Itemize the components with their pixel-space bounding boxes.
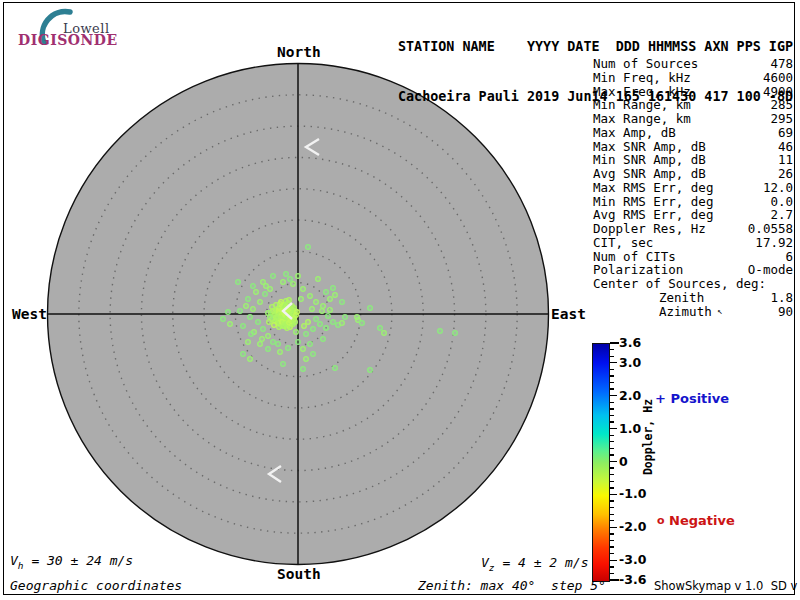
colorbar-tick <box>610 362 617 363</box>
source-point <box>294 330 299 335</box>
colorbar-tick <box>610 553 614 554</box>
source-point <box>249 332 254 337</box>
coordinates-label: Geographic coordinates <box>10 578 182 593</box>
stat-label: Center of Sources, deg: <box>593 277 766 291</box>
stat-row: Center of Sources, deg: <box>593 277 793 291</box>
colorbar-tick <box>610 507 614 508</box>
legend-positive: + Positive <box>655 391 729 406</box>
source-point <box>314 317 319 322</box>
source-point <box>328 308 333 313</box>
colorbar-tick <box>610 500 614 501</box>
colorbar-tick <box>610 382 614 383</box>
colorbar-tick <box>610 520 614 521</box>
colorbar-tick <box>610 448 614 449</box>
stat-label: Avg RMS Err, deg <box>593 208 713 222</box>
colorbar-tick <box>610 474 614 475</box>
colorbar-tick-label: 3.0 <box>619 355 641 371</box>
header-line1: STATION NAME YYYY DATE DDD HHMMSS AXN PP… <box>398 39 793 56</box>
stat-value: 0.0558 <box>748 222 793 236</box>
colorbar-tick <box>610 408 614 409</box>
source-point <box>293 320 298 325</box>
source-point <box>266 334 271 339</box>
source-point <box>254 290 259 295</box>
colorbar-tick <box>610 388 614 389</box>
source-point <box>382 331 387 336</box>
stat-row: Min Freq, kHz4600 <box>593 71 793 85</box>
colorbar-tick <box>610 494 617 495</box>
source-point <box>263 292 268 297</box>
stat-row: Min SNR Amp, dB11 <box>593 153 793 167</box>
source-point <box>246 340 251 345</box>
source-point <box>318 322 323 327</box>
source-point <box>296 340 301 345</box>
zenith-range-label: Zenith: max 40° step 5° <box>418 578 606 593</box>
colorbar-tick <box>610 487 614 488</box>
stat-label: Max RMS Err, deg <box>593 181 713 195</box>
stat-row: Max Freq, kHz4900 <box>593 85 793 99</box>
source-point <box>258 342 263 347</box>
source-point <box>299 297 304 302</box>
stat-row: Max RMS Err, deg12.0 <box>593 181 793 195</box>
source-point <box>314 300 319 305</box>
stat-row: Azimuth ↖90 <box>593 305 793 319</box>
colorbar-tick <box>610 467 614 468</box>
source-point <box>304 332 309 337</box>
source-point <box>260 337 265 342</box>
source-point <box>306 320 311 325</box>
source-point <box>360 321 365 326</box>
source-point <box>266 347 271 352</box>
source-point <box>310 307 315 312</box>
stat-value: 17.92 <box>755 236 793 250</box>
stat-label: Doppler Res, Hz <box>593 222 706 236</box>
stat-value: 46 <box>778 140 793 154</box>
source-point <box>378 326 383 331</box>
compass-label-north: North <box>277 44 321 60</box>
source-point <box>326 314 331 319</box>
source-point <box>246 297 251 302</box>
colorbar-tick <box>610 428 617 429</box>
colorbar-tick <box>610 356 614 357</box>
stat-value: 295 <box>770 112 793 126</box>
digisonde-label: DIGISONDE <box>18 32 118 48</box>
colorbar-tick-label: 0 <box>619 454 628 470</box>
stat-row: Max Amp, dB69 <box>593 126 793 140</box>
stat-row: PolarizationO-mode <box>593 263 793 277</box>
source-point <box>304 357 309 362</box>
stat-value: 4900 <box>763 85 793 99</box>
source-point <box>285 326 290 331</box>
source-point <box>320 309 325 314</box>
source-point <box>236 280 241 285</box>
source-point <box>301 287 306 292</box>
source-point <box>295 310 300 315</box>
source-point <box>301 367 306 372</box>
colorbar-tick-label: -3.6 <box>619 572 646 588</box>
circle-icon: o <box>657 514 665 527</box>
source-point <box>270 305 275 310</box>
stat-label: Zenith <box>659 291 704 305</box>
source-point <box>277 325 282 330</box>
stat-row: Zenith1.8 <box>593 291 793 305</box>
colorbar-tick <box>610 566 614 567</box>
source-point <box>228 322 233 327</box>
skymap-page: Lowell DIGISONDE STATION NAME YYYY DATE … <box>0 0 800 600</box>
colorbar-tick <box>610 546 614 547</box>
colorbar-tick <box>610 435 614 436</box>
colorbar-tick <box>610 573 614 574</box>
source-point <box>306 245 311 250</box>
stat-row: Avg SNR Amp, dB26 <box>593 167 793 181</box>
source-point <box>340 321 345 326</box>
stat-value: 1.8 <box>770 291 793 305</box>
source-point <box>311 352 316 357</box>
source-point <box>438 329 443 334</box>
source-point <box>321 337 326 342</box>
source-point <box>281 280 286 285</box>
compass-label-west: West <box>12 306 47 322</box>
colorbar-tick <box>610 560 617 561</box>
source-point <box>368 368 373 373</box>
stat-row: Min Range, km285 <box>593 98 793 112</box>
source-point <box>368 306 373 311</box>
stat-row: Doppler Res, Hz0.0558 <box>593 222 793 236</box>
source-point <box>251 284 256 289</box>
source-point <box>301 347 306 352</box>
source-point <box>226 310 231 315</box>
